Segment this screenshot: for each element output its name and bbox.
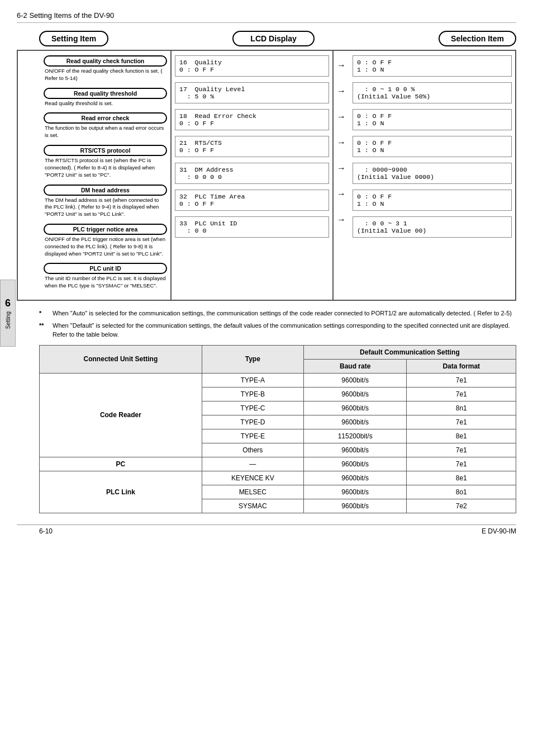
table-col1-header: Connected Unit Setting <box>40 345 202 373</box>
lcd-entry-5: 32 PLC Time Area 0 : O F F <box>175 190 329 211</box>
table-cell-format-8: 8o1 <box>407 485 516 499</box>
setting-item-desc-0: ON/OFF of the read quality check functio… <box>44 67 167 84</box>
selection-entry-1: : 0 ~ 1 0 0 % (Initial Value 50%) <box>353 82 512 103</box>
table-cell-type-1: TYPE-B <box>202 387 303 401</box>
table-cell-baud-2: 9600bit/s <box>303 401 407 415</box>
table-cell-format-1: 7e1 <box>407 387 516 401</box>
table-cell-baud-5: 9600bit/s <box>303 443 407 457</box>
table-cell-baud-0: 9600bit/s <box>303 373 407 387</box>
note-1: **When "Default" is selected for the com… <box>39 321 516 339</box>
setting-item-4: DM head addressThe DM head address is se… <box>44 185 167 220</box>
table-cell-type-7: KEYENCE KV <box>202 471 303 485</box>
table-cell-baud-9: 9600bit/s <box>303 499 407 513</box>
lcd-entry-3: 21 RTS/CTS 0 : O F F <box>175 136 329 157</box>
setting-item-desc-4: The DM head address is set (when connect… <box>44 196 167 220</box>
table-cell-format-7: 8e1 <box>407 471 516 485</box>
middle-panel: 16 Quality 0 : O F F17 Quality Level : 5… <box>172 51 334 300</box>
notes-section: *When "Auto" is selected for the communi… <box>17 309 516 339</box>
setting-item-label-2: Read error check <box>44 112 167 124</box>
arrow-panel: →→→→→→→ <box>334 51 349 300</box>
sidebar-number: 6 <box>5 297 11 309</box>
table-cell-baud-8: 9600bit/s <box>303 485 407 499</box>
setting-item-label-3: RTS/CTS protocol <box>44 145 167 156</box>
lcd-entry-0: 16 Quality 0 : O F F <box>175 55 329 77</box>
arrow-5: → <box>334 184 349 204</box>
setting-item-label-1: Read quality threshold <box>44 88 167 99</box>
table-cell-format-0: 7e1 <box>407 373 516 387</box>
selection-entry-5: 0 : O F F 1 : O N <box>353 190 512 211</box>
table-cell-type-4: TYPE-E <box>202 429 303 443</box>
note-0: *When "Auto" is selected for the communi… <box>39 309 516 319</box>
header-title: 6-2 Setting Items of the DV-90 <box>17 11 114 20</box>
setting-item-6: PLC unit IDThe unit ID number of the PLC… <box>44 263 167 292</box>
note-text-0: When "Auto" is selected for the communic… <box>53 309 512 319</box>
note-star-0: * <box>39 309 50 319</box>
note-text-1: When "Default" is selected for the commu… <box>53 321 516 339</box>
arrow-6: → <box>334 210 349 230</box>
arrow-2: → <box>334 107 349 127</box>
table-cell-unit-6: PC <box>40 457 202 471</box>
setting-item-label-5: PLC trigger notice area <box>44 224 167 235</box>
table-col3a-header: Baud rate <box>303 359 407 373</box>
table-section: Connected Unit Setting Type Default Comm… <box>17 345 516 513</box>
setting-item-label-6: PLC unit ID <box>44 263 167 274</box>
footer-left: 6-10 <box>39 527 53 535</box>
setting-item-1: Read quality thresholdRead quality thres… <box>44 88 167 110</box>
setting-item-0: Read quality check functionON/OFF of the… <box>44 55 167 84</box>
setting-item-desc-5: ON/OFF of the PLC trigger notice area is… <box>44 235 167 259</box>
selection-entry-2: 0 : O F F 1 : O N <box>353 109 512 130</box>
sidebar-label: Setting <box>5 311 11 329</box>
table-col3b-header: Data format <box>407 359 516 373</box>
setting-item-desc-1: Read quality threshold is set. <box>44 99 167 110</box>
table-cell-baud-7: 9600bit/s <box>303 471 407 485</box>
lcd-entry-6: 33 PLC Unit ID : 0 0 <box>175 216 329 238</box>
col-header-right: Selection Item <box>439 31 516 46</box>
setting-item-2: Read error checkThe function to be outpu… <box>44 112 167 141</box>
setting-item-5: PLC trigger notice areaON/OFF of the PLC… <box>44 224 167 259</box>
setting-item-3: RTS/CTS protocolThe RTS/CTS protocol is … <box>44 145 167 181</box>
arrow-3: → <box>334 133 349 153</box>
table-cell-baud-6: 9600bit/s <box>303 457 407 471</box>
table-cell-baud-3: 9600bit/s <box>303 415 407 429</box>
note-star-1: ** <box>39 321 50 339</box>
table-cell-unit-7: PLC Link <box>40 471 202 513</box>
left-panel: Read quality check functionON/OFF of the… <box>40 51 172 300</box>
selection-entry-4: : 0000~9900 (Initial Value 0000) <box>353 163 512 184</box>
right-panel: 0 : O F F 1 : O N : 0 ~ 1 0 0 % (Initial… <box>349 51 515 300</box>
table-cell-format-5: 7e1 <box>407 443 516 457</box>
table-cell-format-3: 7e1 <box>407 415 516 429</box>
lcd-entry-1: 17 Quality Level : 5 0 % <box>175 82 329 103</box>
arrow-0: → <box>334 55 349 75</box>
table-cell-format-4: 8e1 <box>407 429 516 443</box>
lcd-entry-4: 31 DM Address : 0 0 0 0 <box>175 163 329 184</box>
table-row: Code ReaderTYPE-A9600bit/s7e1 <box>40 373 516 387</box>
table-cell-type-6: — <box>202 457 303 471</box>
page-header: 6-2 Setting Items of the DV-90 <box>17 11 516 23</box>
table-cell-type-5: Others <box>202 443 303 457</box>
table-cell-type-8: MELSEC <box>202 485 303 499</box>
table-cell-type-9: SYSMAC <box>202 499 303 513</box>
col-header-left: Setting Item <box>39 31 108 46</box>
table-cell-unit-0: Code Reader <box>40 373 202 457</box>
table-cell-format-9: 7e2 <box>407 499 516 513</box>
setting-item-label-0: Read quality check function <box>44 55 167 67</box>
table-cell-format-6: 7e1 <box>407 457 516 471</box>
selection-entry-0: 0 : O F F 1 : O N <box>353 55 512 77</box>
table-cell-format-2: 8n1 <box>407 401 516 415</box>
setting-item-desc-2: The function to be output when a read er… <box>44 124 167 141</box>
setting-item-desc-3: The RTS/CTS protocol is set (when the PC… <box>44 156 167 181</box>
table-col2-header: Type <box>202 345 303 373</box>
table-cell-type-0: TYPE-A <box>202 373 303 387</box>
table-col3-header: Default Communication Setting <box>303 345 516 359</box>
page-footer: 6-10 E DV-90-IM <box>17 525 516 535</box>
diagram: Read quality check functionON/OFF of the… <box>17 50 516 301</box>
table-cell-type-2: TYPE-C <box>202 401 303 415</box>
lcd-entry-2: 18 Read Error Check 0 : O F F <box>175 109 329 130</box>
table-cell-baud-1: 9600bit/s <box>303 387 407 401</box>
selection-entry-6: : 0 0 ~ 3 1 (Initial Value 00) <box>353 216 512 238</box>
arrow-4: → <box>334 158 349 178</box>
col-header-center: LCD Display <box>232 31 314 46</box>
selection-entry-3: 0 : O F F 1 : O N <box>353 136 512 157</box>
setting-item-desc-6: The unit ID number of the PLC is set. It… <box>44 274 167 292</box>
table-cell-type-3: TYPE-D <box>202 415 303 429</box>
